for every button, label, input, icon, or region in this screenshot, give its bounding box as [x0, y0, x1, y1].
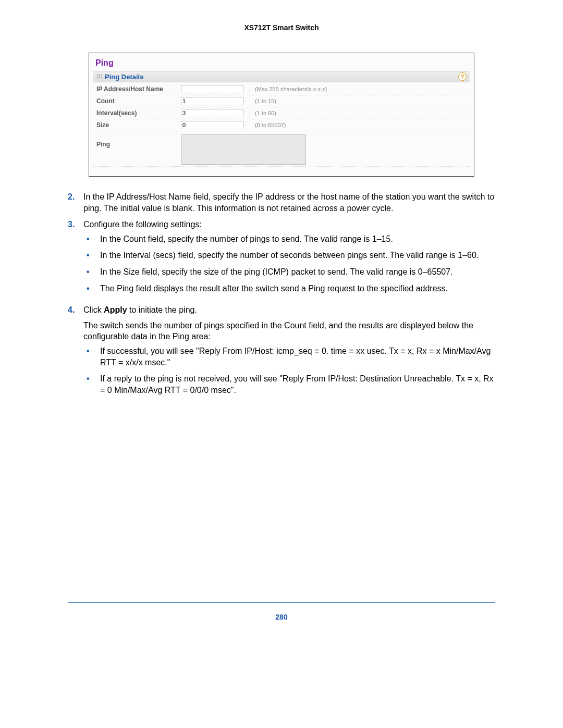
bullet-text: If successful, you will see "Reply From …: [100, 346, 495, 368]
list-item: •In the Size field, specify the size of …: [83, 266, 495, 278]
step-3: 3. Configure the following settings: •In…: [68, 219, 495, 299]
bullet-dot: •: [83, 346, 100, 368]
label-interval: Interval(secs): [93, 107, 178, 119]
bullet-dot: •: [83, 233, 100, 245]
step-text-post: to initiate the ping.: [127, 305, 197, 314]
row-ip: IP Address/Host Name (Max 255 characters…: [93, 83, 470, 95]
bullet-dot: •: [83, 266, 100, 278]
footer-rule: [68, 602, 495, 603]
ping-panel-screenshot: Ping Ping Details ? IP Address/Host Name…: [89, 53, 474, 177]
hint-ip: (Max 255 characters/x.x.x.x): [252, 83, 470, 95]
step-number: 4.: [68, 304, 83, 401]
step-body: Configure the following settings: •In th…: [83, 219, 495, 299]
label-ip: IP Address/Host Name: [93, 83, 178, 95]
ping-details-label: Ping Details: [105, 73, 143, 81]
ping-details-header: Ping Details ?: [93, 71, 470, 82]
bullet-text: In the Count field, specify the number o…: [100, 233, 495, 245]
instruction-list: 2. In the IP Address/Host Name field, sp…: [68, 191, 495, 401]
bullet-text: If a reply to the ping is not received, …: [100, 373, 495, 396]
step-paragraph: The switch sends the number of pings spe…: [83, 321, 473, 341]
step-4: 4. Click Apply to initiate the ping. The…: [68, 304, 495, 401]
row-count: Count (1 to 15): [93, 95, 470, 107]
row-result: Ping: [93, 131, 470, 167]
bullet-text: In the Size field, specify the size of t…: [100, 266, 495, 278]
input-size[interactable]: [181, 121, 243, 129]
list-item: •The Ping field displays the result afte…: [83, 283, 495, 294]
step-number: 2.: [68, 191, 83, 214]
bullet-text: In the Interval (secs) field, specify th…: [100, 250, 495, 261]
hint-size: (0 to 65507): [252, 119, 470, 131]
step-body: In the IP Address/Host Name field, speci…: [83, 191, 495, 214]
ping-form-table: IP Address/Host Name (Max 255 characters…: [93, 83, 470, 167]
list-item: •In the Count field, specify the number …: [83, 233, 495, 245]
hint-count: (1 to 15): [252, 95, 470, 107]
list-item: •If successful, you will see "Reply From…: [83, 346, 495, 368]
step-text-pre: Click: [83, 305, 104, 314]
grip-icon: [96, 74, 102, 79]
ping-result-area: [181, 134, 306, 165]
apply-keyword: Apply: [104, 305, 127, 314]
step-body: Click Apply to initiate the ping. The sw…: [83, 304, 495, 401]
row-size: Size (0 to 65507): [93, 119, 470, 131]
list-item: •In the Interval (secs) field, specify t…: [83, 250, 495, 261]
input-interval[interactable]: [181, 109, 243, 117]
bullet-dot: •: [83, 373, 100, 396]
list-item: •If a reply to the ping is not received,…: [83, 373, 495, 396]
help-icon[interactable]: ?: [458, 72, 467, 81]
page-number: 280: [0, 613, 563, 621]
label-result: Ping: [93, 131, 178, 167]
step-4-bullets: •If successful, you will see "Reply From…: [83, 346, 495, 396]
row-interval: Interval(secs) (1 to 60): [93, 107, 470, 119]
step-text: Configure the following settings:: [83, 220, 202, 229]
step-2: 2. In the IP Address/Host Name field, sp…: [68, 191, 495, 214]
doc-header: XS712T Smart Switch: [0, 0, 563, 53]
label-count: Count: [93, 95, 178, 107]
panel-title: Ping: [93, 57, 470, 69]
bullet-text: The Ping field displays the result after…: [100, 283, 495, 294]
label-size: Size: [93, 119, 178, 131]
bullet-dot: •: [83, 283, 100, 294]
hint-interval: (1 to 60): [252, 107, 470, 119]
bullet-dot: •: [83, 250, 100, 261]
input-count[interactable]: [181, 97, 243, 105]
step-number: 3.: [68, 219, 83, 299]
step-3-bullets: •In the Count field, specify the number …: [83, 233, 495, 294]
input-ip[interactable]: [181, 85, 243, 93]
